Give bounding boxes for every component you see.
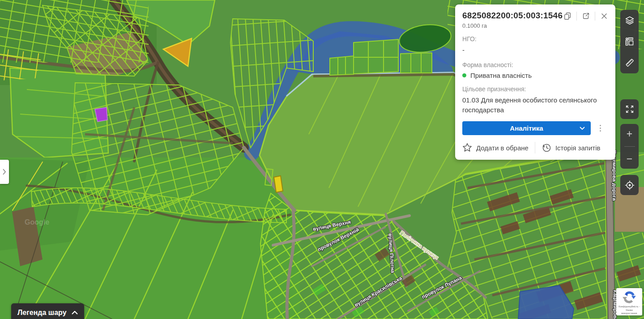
more-options-button[interactable] bbox=[598, 123, 602, 133]
analytics-button-label: Аналітика bbox=[510, 124, 543, 132]
fullscreen-button-wrap bbox=[620, 99, 639, 119]
open-external-button[interactable] bbox=[581, 11, 591, 21]
divider bbox=[595, 12, 595, 21]
chevron-right-icon bbox=[3, 169, 6, 175]
ownership-label: Форма власності: bbox=[462, 61, 608, 68]
parcel-id-title: 6825082200:05:003:1546 bbox=[462, 11, 563, 21]
chevron-up-icon bbox=[72, 311, 78, 315]
ownership-value: Приватна власність bbox=[470, 72, 532, 79]
ruler-icon bbox=[624, 57, 635, 68]
cadastral-map-app: вулиця Верхня провулок Верхній вулиця Пі… bbox=[0, 0, 644, 319]
layer-legend-button[interactable]: Легенда шару bbox=[11, 303, 84, 319]
copy-icon bbox=[563, 12, 572, 21]
external-link-icon bbox=[581, 12, 590, 21]
locate-button-wrap bbox=[620, 175, 639, 195]
zoom-in-button[interactable]: + bbox=[620, 124, 639, 144]
purpose-label: Цільове призначення: bbox=[462, 85, 608, 93]
copy-button[interactable] bbox=[563, 11, 572, 21]
area-measure-button[interactable] bbox=[620, 32, 639, 51]
star-icon bbox=[462, 143, 472, 153]
ruler-button[interactable] bbox=[620, 53, 639, 72]
close-panel-button[interactable] bbox=[599, 11, 609, 21]
purpose-value: 01.03 Для ведення особистого селянського… bbox=[462, 95, 602, 115]
zoom-out-button[interactable]: − bbox=[620, 149, 639, 169]
area-measure-icon bbox=[624, 36, 635, 47]
locate-target-icon bbox=[624, 180, 635, 191]
history-label: Історія запитів bbox=[555, 144, 601, 152]
ngo-value: - bbox=[462, 45, 608, 55]
fullscreen-button[interactable] bbox=[620, 99, 639, 119]
recaptcha-logo-icon bbox=[622, 290, 636, 304]
parcel-area: 0.1000 га bbox=[462, 22, 608, 29]
sidebar-expand-handle[interactable] bbox=[0, 160, 9, 184]
layers-icon bbox=[624, 15, 635, 26]
layers-button[interactable] bbox=[620, 11, 639, 30]
request-history-button[interactable]: Історія запитів bbox=[542, 143, 601, 153]
chevron-down-icon bbox=[580, 127, 585, 130]
zoom-control: + − bbox=[620, 124, 639, 169]
recaptcha-privacy-text: Конфіденційність - Умови використання bbox=[616, 305, 642, 315]
locate-me-button[interactable] bbox=[620, 175, 639, 195]
recaptcha-badge[interactable]: Конфіденційність - Умови використання bbox=[616, 288, 642, 315]
ownership-status-dot bbox=[462, 73, 466, 77]
parcel-info-panel: 6825082200:05:003:1546 bbox=[455, 4, 615, 160]
legend-label: Легенда шару bbox=[17, 309, 67, 317]
divider bbox=[576, 12, 577, 21]
map-attribution: Google bbox=[25, 218, 49, 226]
favorites-label: Додати в обране bbox=[476, 144, 529, 152]
fullscreen-icon bbox=[625, 104, 635, 114]
divider bbox=[535, 142, 535, 153]
close-icon bbox=[600, 12, 609, 21]
history-clock-icon bbox=[542, 143, 551, 153]
divider bbox=[624, 146, 635, 147]
ngo-label: НГО: bbox=[462, 35, 608, 43]
map-tools-group bbox=[620, 10, 639, 73]
add-to-favorites-button[interactable]: Додати в обране bbox=[462, 143, 529, 153]
analytics-button[interactable]: Аналітика bbox=[462, 121, 591, 135]
